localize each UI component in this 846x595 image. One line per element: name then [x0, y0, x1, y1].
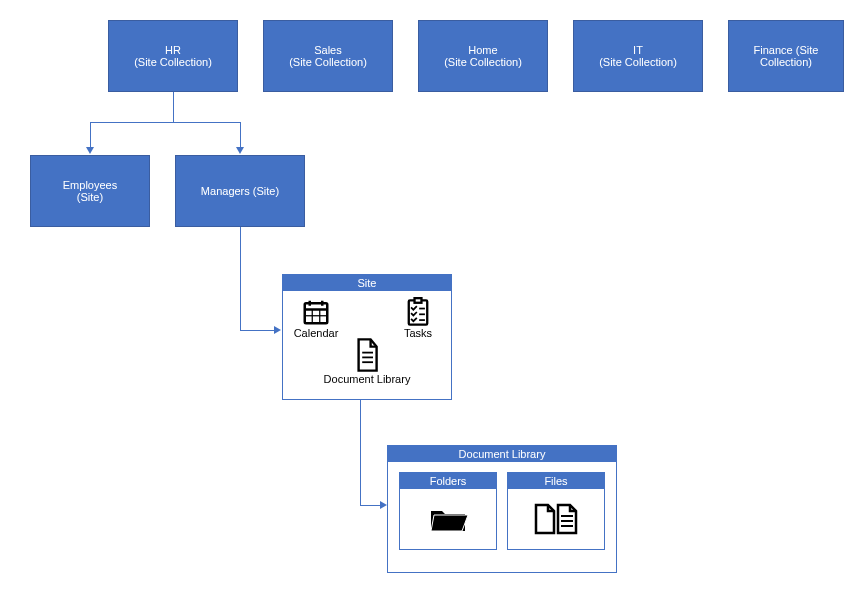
node-home: Home (Site Collection): [418, 20, 548, 92]
connector: [90, 122, 91, 147]
it-line1: IT: [599, 44, 677, 56]
hr-line2: (Site Collection): [134, 56, 212, 68]
calendar-icon: [301, 297, 331, 327]
files-header: Files: [508, 473, 604, 489]
employees-line2: (Site): [63, 191, 117, 203]
arrow-icon: [380, 501, 387, 509]
connector: [173, 92, 174, 122]
svg-rect-8: [415, 298, 422, 303]
arrow-icon: [86, 147, 94, 154]
doclib-item: Document Library: [283, 337, 451, 385]
doclib-label: Document Library: [283, 373, 451, 385]
hr-line1: HR: [134, 44, 212, 56]
node-hr: HR (Site Collection): [108, 20, 238, 92]
node-finance: Finance (Site Collection): [728, 20, 844, 92]
sales-line1: Sales: [289, 44, 367, 56]
node-it: IT (Site Collection): [573, 20, 703, 92]
svg-rect-0: [305, 303, 328, 323]
employees-line1: Employees: [63, 179, 117, 191]
arrow-icon: [236, 147, 244, 154]
node-managers: Managers (Site): [175, 155, 305, 227]
files-box: Files: [507, 472, 605, 550]
site-panel: Site Calendar: [282, 274, 452, 400]
doclib-panel-header: Document Library: [388, 446, 616, 462]
it-line2: (Site Collection): [599, 56, 677, 68]
connector: [360, 505, 380, 506]
connector: [240, 330, 274, 331]
tasks-item: Tasks: [393, 297, 443, 339]
home-line1: Home: [444, 44, 522, 56]
node-sales: Sales (Site Collection): [263, 20, 393, 92]
connector: [240, 122, 241, 147]
folder-icon: [428, 502, 468, 536]
folders-box: Folders: [399, 472, 497, 550]
connector: [240, 227, 241, 330]
calendar-item: Calendar: [291, 297, 341, 339]
files-icon: [532, 499, 580, 539]
arrow-icon: [274, 326, 281, 334]
node-employees: Employees (Site): [30, 155, 150, 227]
connector: [90, 122, 240, 123]
connector: [360, 400, 361, 505]
sales-line2: (Site Collection): [289, 56, 367, 68]
doclib-panel: Document Library Folders Files: [387, 445, 617, 573]
document-icon: [352, 337, 382, 373]
folders-header: Folders: [400, 473, 496, 489]
managers-line1: Managers (Site): [201, 185, 279, 197]
tasks-icon: [404, 297, 432, 327]
site-panel-header: Site: [283, 275, 451, 291]
home-line2: (Site Collection): [444, 56, 522, 68]
finance-line2: Collection): [754, 56, 819, 68]
finance-line1: Finance (Site: [754, 44, 819, 56]
svg-rect-7: [409, 300, 427, 324]
